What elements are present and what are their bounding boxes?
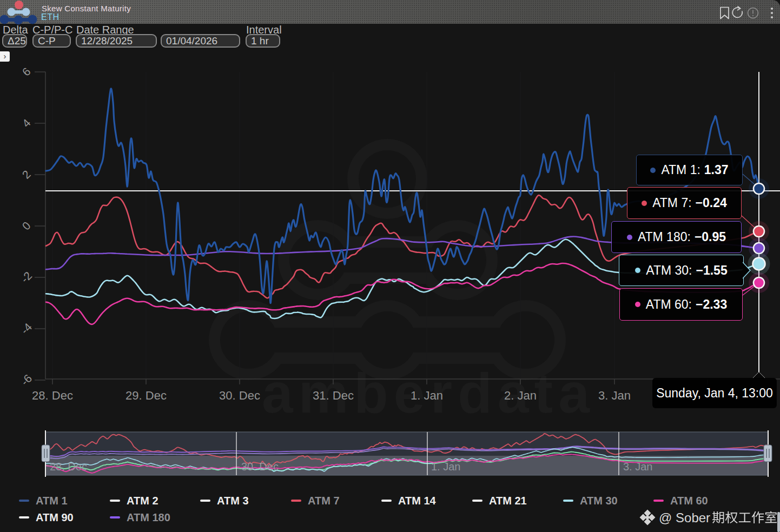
svg-text:30. Dec: 30. Dec — [241, 461, 279, 473]
svg-text:3. Jan: 3. Jan — [623, 461, 652, 473]
svg-text:@ Sober: @ Sober — [659, 510, 710, 525]
svg-text:1. Jan: 1. Jan — [431, 461, 460, 473]
svg-text:28. Dec: 28. Dec — [50, 461, 87, 473]
